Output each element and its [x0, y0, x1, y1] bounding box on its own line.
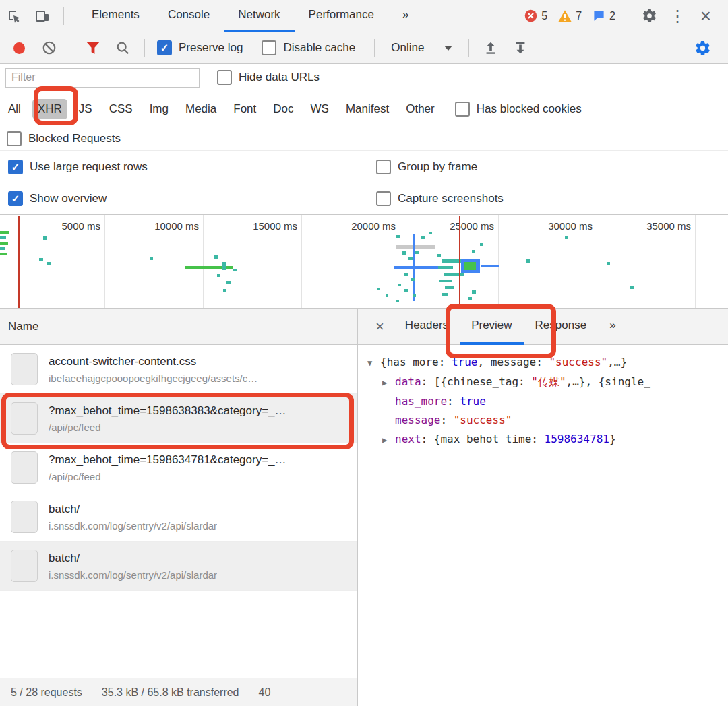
message-icon — [593, 9, 605, 22]
status-item: 40 — [259, 686, 271, 699]
preview-line[interactable]: message: "success" — [358, 411, 728, 430]
tab-console[interactable]: Console — [154, 0, 224, 32]
details-tab-response[interactable]: Response — [524, 309, 599, 345]
overview-mark — [150, 257, 153, 260]
checkbox-box[interactable] — [376, 160, 391, 174]
checkbox-box[interactable] — [262, 40, 276, 55]
filter-type-img[interactable]: Img — [150, 102, 169, 116]
throttling-dropdown[interactable]: Online — [391, 41, 452, 55]
warning-badge[interactable]: 7 — [558, 10, 582, 22]
request-row[interactable]: account-switcher-content.cssibefaeehajgc… — [0, 345, 357, 394]
options-row-1: ✓Use large request rows Group by frame — [0, 151, 728, 183]
details-close-icon[interactable]: × — [366, 318, 394, 335]
filter-type-all[interactable]: All — [8, 102, 21, 116]
disable-cache-checkbox[interactable]: Disable cache — [262, 40, 355, 55]
preserve-log-checkbox[interactable]: ✓Preserve log — [157, 40, 243, 55]
separator — [144, 39, 145, 57]
inspect-icon[interactable] — [3, 5, 25, 27]
overview-graph[interactable]: 5000 ms10000 ms15000 ms20000 ms25000 ms3… — [0, 214, 728, 309]
preview-line[interactable]: ▶next: {max_behot_time: 1598634781} — [358, 430, 728, 449]
details-tab-more[interactable]: » — [598, 309, 627, 345]
tab-more[interactable]: » — [388, 0, 423, 32]
requests-panel: Name account-switcher-content.cssibefaee… — [0, 309, 357, 678]
more-menu-icon[interactable]: ⋮ — [667, 5, 688, 27]
overview-mark — [226, 281, 231, 284]
checkbox-label: Has blocked cookies — [477, 102, 582, 116]
network-settings-gear-icon[interactable] — [694, 40, 711, 57]
capture-screenshots-checkbox[interactable]: Capture screenshots — [376, 191, 504, 206]
checkbox-box[interactable] — [455, 102, 470, 117]
status-separator — [92, 685, 92, 700]
filter-type-ws[interactable]: WS — [311, 102, 329, 116]
details-tab-headers[interactable]: Headers — [394, 309, 460, 345]
details-tab-preview[interactable]: Preview — [460, 309, 523, 345]
filter-input[interactable] — [5, 68, 200, 88]
preview-line[interactable]: ▶data: [{chinese_tag: "传媒",…}, {single_ — [358, 373, 728, 392]
request-name: batch/ — [49, 552, 217, 565]
tab-performance[interactable]: Performance — [295, 0, 388, 32]
status-separator — [249, 685, 249, 700]
overview-mark — [429, 232, 432, 234]
record-button[interactable] — [13, 42, 25, 54]
token-key: has_more — [395, 395, 447, 408]
filter-type-js[interactable]: JS — [79, 102, 92, 116]
checkbox-box[interactable]: ✓ — [157, 40, 172, 55]
overview-gridline — [301, 215, 302, 308]
tab-elements[interactable]: Elements — [78, 0, 154, 32]
filter-type-media[interactable]: Media — [185, 102, 216, 116]
checkbox-box[interactable] — [217, 70, 232, 85]
overview-mark — [411, 278, 415, 281]
preview-tree: ▼{has_more: true, message: "success",…}▶… — [358, 345, 728, 449]
overview-time-label: 10000 ms — [129, 220, 199, 232]
request-row[interactable]: batch/i.snssdk.com/log/sentry/v2/api/sla… — [0, 492, 357, 542]
show-overview-checkbox[interactable]: ✓Show overview — [8, 191, 376, 206]
overview-mark — [445, 286, 454, 289]
filter-type-xhr[interactable]: XHR — [32, 99, 67, 119]
filter-type-manifest[interactable]: Manifest — [346, 102, 389, 116]
filter-type-doc[interactable]: Doc — [273, 102, 293, 116]
main-tabs: ElementsConsoleNetworkPerformance» — [78, 0, 423, 32]
details-tabs: HeadersPreviewResponse» — [394, 309, 628, 344]
collapsed-arrow-icon[interactable]: ▶ — [382, 430, 395, 449]
preview-line[interactable]: has_more: true — [358, 392, 728, 411]
settings-gear-icon[interactable] — [638, 5, 660, 27]
search-icon[interactable] — [115, 40, 130, 55]
request-row[interactable]: ?max_behot_time=1598634781&category=_…/a… — [0, 443, 357, 492]
hide-data-urls-checkbox[interactable]: Hide data URLs — [217, 70, 320, 85]
separator — [63, 7, 64, 25]
device-toolbar-icon[interactable] — [32, 5, 53, 27]
has-blocked-cookies-checkbox[interactable]: Has blocked cookies — [455, 102, 582, 117]
export-har-icon[interactable] — [513, 40, 528, 55]
checkbox-box[interactable]: ✓ — [8, 191, 23, 206]
request-path: i.snssdk.com/log/sentry/v2/api/slardar — [49, 520, 217, 532]
blocked-requests-checkbox[interactable]: Blocked Requests — [7, 131, 121, 146]
filter-type-css[interactable]: CSS — [109, 102, 133, 116]
status-item: 5 / 28 requests — [11, 686, 82, 699]
group-by-frame-checkbox[interactable]: Group by frame — [376, 160, 477, 174]
token-string: "success" — [454, 414, 512, 426]
collapsed-arrow-icon[interactable]: ▶ — [382, 373, 395, 392]
error-badge[interactable]: 5 — [524, 9, 547, 22]
checkbox-box[interactable]: ✓ — [8, 160, 23, 174]
tab-network[interactable]: Network — [224, 0, 294, 32]
import-har-icon[interactable] — [483, 40, 498, 55]
request-row[interactable]: ?max_behot_time=1598638383&category=_…/a… — [0, 394, 357, 443]
checkbox-box[interactable] — [376, 191, 391, 206]
overview-mark — [404, 289, 408, 292]
overview-mark — [39, 258, 43, 261]
request-text: batch/i.snssdk.com/log/sentry/v2/api/sla… — [49, 503, 217, 532]
clear-icon[interactable] — [42, 40, 57, 55]
request-path: /api/pc/feed — [49, 471, 286, 482]
close-icon[interactable]: × — [695, 5, 717, 27]
filter-type-font[interactable]: Font — [233, 102, 256, 116]
expanded-arrow-icon[interactable]: ▼ — [367, 354, 380, 373]
request-row[interactable]: batch/i.snssdk.com/log/sentry/v2/api/sla… — [0, 542, 357, 591]
filter-funnel-icon[interactable] — [86, 41, 100, 55]
message-badge[interactable]: 2 — [593, 9, 615, 22]
name-column-header[interactable]: Name — [0, 309, 357, 345]
use-large-request-rows-checkbox[interactable]: ✓Use large request rows — [8, 160, 376, 174]
checkbox-box[interactable] — [7, 131, 22, 146]
preview-line[interactable]: ▼{has_more: true, message: "success",…} — [358, 353, 728, 373]
filter-type-other[interactable]: Other — [406, 102, 435, 116]
checkbox-label: Disable cache — [283, 41, 355, 55]
